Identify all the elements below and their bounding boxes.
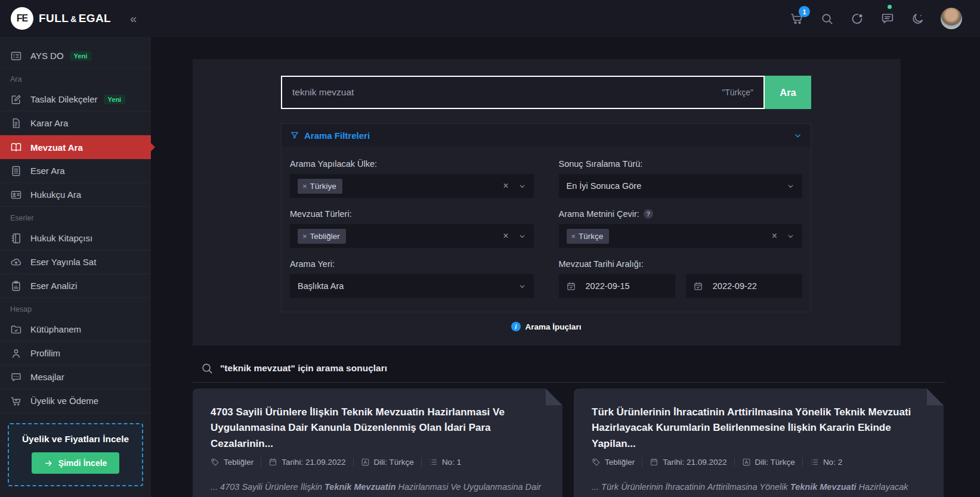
search-submit-button[interactable]: Ara	[765, 76, 811, 109]
chat-icon	[10, 371, 22, 383]
sidebar-collapse-icon[interactable]: «	[130, 12, 137, 26]
document-icon	[10, 117, 22, 129]
date-to-input[interactable]: 2022-09-22	[686, 274, 802, 298]
filter-daterange-label: Mevzuat Tarihi Aralığı:	[559, 259, 803, 269]
result-date-label: Tarihi: 21.09.2022	[663, 458, 727, 467]
excerpt-text: ... 4703 Sayili Ürünlere İlişkin	[211, 482, 324, 492]
search-input[interactable]	[292, 87, 715, 98]
filter-sort-label: Sonuç Sıralama Türü:	[559, 159, 803, 169]
chip-label: Türkçe	[579, 232, 603, 241]
sort-select[interactable]: En İyi Sonuca Göre	[559, 174, 803, 198]
type-chip[interactable]: ×Tebliğler	[298, 229, 346, 244]
search-icon[interactable]	[820, 12, 834, 26]
results-title: "teknik mevzuat" için arama sonuçları	[220, 363, 387, 374]
messages-icon[interactable]	[880, 11, 895, 26]
scope-select-value: Başlıkta Ara	[298, 281, 344, 291]
sidebar-item-eser-ara[interactable]: Eser Ara	[0, 159, 151, 183]
result-excerpt: ... Türk Ürünlerinin İhracatinin Arttiri…	[592, 480, 926, 497]
results-divider	[193, 382, 945, 383]
promo-cta-button[interactable]: Şimdi İncele	[32, 452, 120, 474]
sidebar-item-label: Profilim	[30, 348, 60, 358]
meta-separator	[353, 458, 354, 467]
result-type-label: Tebliğler	[224, 458, 253, 467]
excerpt-highlight: Teknik Mevzuatin	[324, 482, 396, 492]
sidebar-item-uyelik-ve-odeme[interactable]: Üyelik ve Ödeme	[0, 389, 151, 413]
clear-icon[interactable]: ×	[503, 181, 508, 191]
translate-icon	[742, 458, 751, 467]
promo-title: Üyelik ve Fiyatları İncele	[14, 434, 137, 445]
user-avatar[interactable]	[941, 8, 962, 29]
chip-remove-icon[interactable]: ×	[571, 232, 576, 241]
result-card[interactable]: 4703 Sayili Ürünlere İlişkin Teknik Mevz…	[193, 389, 562, 497]
tag-icon	[211, 458, 220, 467]
search-tips-label: Arama İpuçları	[525, 322, 582, 331]
brand-word1: FULL	[39, 12, 69, 24]
sidebar-item-label: Kütüphanem	[30, 324, 81, 334]
folder-icon	[10, 324, 22, 336]
sidebar-section-ara: Ara	[0, 68, 151, 88]
sort-select-value: En İyi Sonuca Göre	[567, 181, 642, 191]
translate-multiselect[interactable]: ×Türkçe ×	[559, 224, 803, 248]
sidebar-item-label: AYS DO	[30, 51, 64, 61]
filter-icon	[290, 131, 299, 140]
dark-mode-icon[interactable]	[911, 12, 925, 26]
clear-icon[interactable]: ×	[772, 231, 777, 241]
file-list-icon	[10, 165, 22, 177]
scope-select[interactable]: Başlıkta Ara	[290, 274, 534, 298]
sidebar-item-karar-ara[interactable]: Karar Ara	[0, 111, 151, 135]
id-card-icon	[10, 189, 22, 201]
help-icon[interactable]: ?	[644, 209, 653, 219]
sidebar-item-label: Mevzuat Ara	[30, 142, 83, 153]
sidebar-item-label: Taslak Dilekçeler	[30, 94, 98, 104]
sidebar-item-hukukcu-ara[interactable]: Hukukçu Ara	[0, 183, 151, 207]
country-chip[interactable]: ×Türkiye	[298, 179, 342, 194]
sidebar-item-hukuk-kitapcisi[interactable]: Hukuk Kitapçısı	[0, 226, 151, 250]
calendar-icon	[693, 281, 703, 291]
chip-remove-icon[interactable]: ×	[302, 232, 307, 241]
country-multiselect[interactable]: ×Türkiye ×	[290, 174, 534, 198]
sidebar-item-label: Üyelik ve Ödeme	[30, 396, 98, 406]
chevron-down-icon	[787, 232, 794, 240]
topbar-left: FE FULL&EGAL «	[0, 0, 151, 37]
types-multiselect[interactable]: ×Tebliğler ×	[290, 224, 534, 248]
sidebar-item-kutuphanem[interactable]: Kütüphanem	[0, 318, 151, 341]
clear-icon[interactable]: ×	[503, 231, 508, 241]
result-language: Dili: Türkçe	[361, 458, 414, 467]
excerpt-text: ... Türk Ürünlerinin İhracatinin Arttiri…	[592, 482, 790, 492]
sidebar-item-profilim[interactable]: Profilim	[0, 341, 151, 365]
search-tips-link[interactable]: i Arama İpuçları	[281, 322, 811, 331]
sidebar-item-taslak-dilekceler[interactable]: Taslak Dilekçeler Yeni	[0, 88, 151, 111]
sidebar-item-eser-yayinla-sat[interactable]: Eser Yayınla Sat	[0, 250, 151, 274]
translate-chip[interactable]: ×Türkçe	[567, 229, 610, 244]
filters-header[interactable]: Arama Filtreleri	[282, 124, 811, 147]
meta-separator	[421, 458, 422, 467]
yeni-badge: Yeni	[104, 95, 126, 104]
sidebar-item-eser-analizi[interactable]: Eser Analizi	[0, 274, 151, 298]
notifications-icon[interactable]	[850, 11, 864, 26]
brand-logo[interactable]: FE FULL&EGAL	[11, 7, 111, 30]
chip-remove-icon[interactable]: ×	[302, 182, 307, 191]
sidebar-item-label: Eser Ara	[30, 166, 65, 176]
date-from-input[interactable]: 2022-09-15	[559, 274, 675, 298]
sidebar-item-ays-do[interactable]: AYS DO Yeni	[0, 44, 151, 68]
result-date: Tarihi: 21.09.2022	[268, 458, 345, 467]
filter-daterange: Mevzuat Tarihi Aralığı: 2022-09-15 2022-…	[559, 259, 803, 298]
sidebar-item-mesajlar[interactable]: Mesajlar	[0, 365, 151, 389]
chevron-down-icon	[518, 182, 526, 190]
filter-sort: Sonuç Sıralama Türü: En İyi Sonuca Göre	[559, 159, 803, 198]
cart-icon[interactable]: 1	[790, 11, 804, 26]
filters-box: Arama Filtreleri Arama Yapılacak Ülke: ×…	[281, 123, 811, 312]
search-icon	[200, 362, 214, 375]
brand-word2: EGAL	[79, 12, 111, 24]
book-open-icon	[10, 141, 22, 153]
chip-label: Türkiye	[310, 182, 336, 191]
filter-country-label: Arama Yapılacak Ülke:	[290, 159, 534, 169]
result-language-label: Dili: Türkçe	[755, 458, 795, 467]
result-number: No: 1	[429, 458, 461, 467]
filter-translate: Arama Metnini Çevir:? ×Türkçe ×	[559, 209, 803, 248]
result-language: Dili: Türkçe	[742, 458, 795, 467]
result-card[interactable]: Türk Ürünlerinin İhracatinin Arttirilmas…	[574, 389, 944, 497]
sidebar: AYS DO Yeni Ara Taslak Dilekçeler Yeni K…	[0, 37, 151, 497]
filters-col-left: Arama Yapılacak Ülke: ×Türkiye × Mevzuat…	[290, 159, 534, 309]
sidebar-item-mevzuat-ara[interactable]: Mevzuat Ara	[0, 135, 151, 159]
